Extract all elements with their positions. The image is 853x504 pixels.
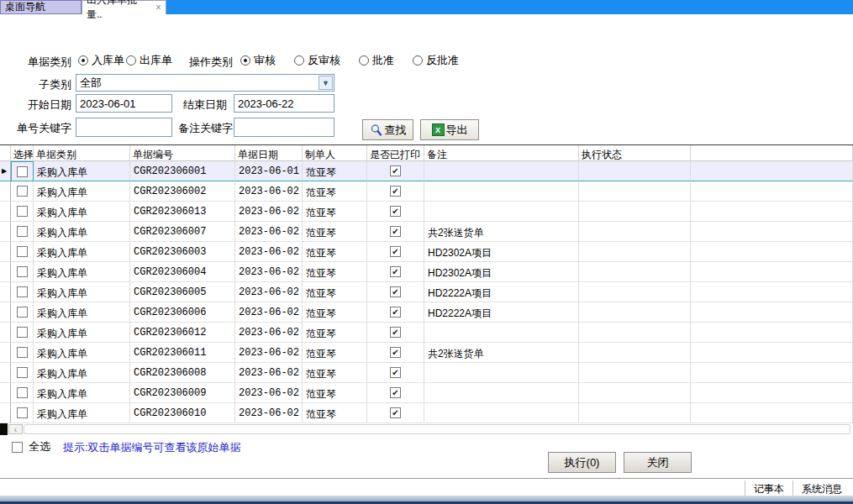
column-header[interactable]: 选择 (11, 145, 34, 161)
cell-doc-no[interactable]: CGR202306007 (130, 222, 235, 242)
checkbox-unchecked-icon[interactable] (17, 387, 28, 398)
end-date-input[interactable] (234, 94, 334, 113)
radio-op-type-option[interactable]: 批准 (359, 53, 394, 68)
table-row[interactable]: 采购入库单CGR2023060022023-06-02范亚琴✔ (0, 181, 853, 202)
chevron-down-icon[interactable]: ▼ (319, 76, 333, 90)
checkbox-unchecked-icon[interactable] (17, 166, 28, 177)
cell-creator: 范亚琴 (303, 343, 367, 363)
checkbox-unchecked-icon[interactable] (17, 206, 28, 217)
statusbar-item[interactable]: 系统消息 (792, 480, 850, 496)
row-select-cell[interactable] (11, 262, 34, 282)
table-row[interactable]: 采购入库单CGR2023060122023-06-02范亚琴✔ (0, 323, 853, 343)
cell-doc-no[interactable]: CGR202306009 (130, 383, 235, 403)
cell-remark (424, 181, 579, 202)
row-indicator (0, 363, 11, 383)
row-select-cell[interactable] (11, 302, 34, 323)
checkbox-checked-icon: ✔ (390, 186, 401, 197)
sub-type-select[interactable]: 全部 ▼ (76, 74, 334, 92)
table-row[interactable]: 采购入库单CGR2023060132023-06-02范亚琴✔ (0, 202, 853, 222)
column-header[interactable]: 单据编号 (130, 145, 235, 161)
cell-doc-no[interactable]: CGR202306005 (130, 282, 235, 302)
cell-doc-no[interactable]: CGR202306004 (130, 262, 235, 282)
table-row[interactable]: 采购入库单CGR2023060052023-06-02范亚琴✔HD2222A项目 (0, 282, 853, 302)
row-select-cell[interactable] (11, 363, 34, 383)
doc-no-keyword-input[interactable] (76, 118, 172, 137)
cell-doc-no[interactable]: CGR202306003 (130, 242, 235, 262)
table-row[interactable]: 采购入库单CGR2023060082023-06-02范亚琴✔ (0, 363, 853, 383)
checkbox-unchecked-icon[interactable] (17, 286, 28, 297)
row-select-cell[interactable] (11, 222, 34, 242)
execute-button[interactable]: 执行(0) (548, 452, 616, 473)
search-button[interactable]: 查找 (362, 119, 413, 140)
column-header[interactable]: 单据日期 (235, 145, 303, 161)
table-row[interactable]: 采购入库单CGR2023060112023-06-02范亚琴✔共2张送货单 (0, 343, 853, 363)
cell-doc-no[interactable]: CGR202306011 (130, 343, 235, 363)
table-row[interactable]: 采购入库单CGR2023060072023-06-02范亚琴✔共2张送货单 (0, 222, 853, 242)
row-indicator (0, 242, 11, 262)
start-date-input[interactable] (76, 94, 172, 113)
row-select-cell[interactable] (11, 282, 34, 302)
close-button[interactable]: 关闭 (624, 452, 692, 473)
table-row[interactable]: ▶采购入库单CGR2023060012023-06-01范亚琴✔ (0, 161, 853, 181)
doc-type-radio-group: 入库单出库单 (78, 53, 172, 68)
radio-op-type-option[interactable]: 反批准 (413, 53, 459, 68)
tab-desktop-nav[interactable]: 桌面导航 (0, 0, 82, 14)
radio-op-type-option[interactable]: 审核 (240, 53, 276, 68)
horizontal-scrollbar[interactable]: ‹ (0, 423, 853, 435)
cell-doc-no[interactable]: CGR202306008 (130, 363, 235, 383)
checkbox-unchecked-icon[interactable] (17, 246, 28, 257)
cell-remark: HD2302A项目 (424, 262, 579, 282)
table-row[interactable]: 采购入库单CGR2023060042023-06-02范亚琴✔HD2302A项目 (0, 262, 853, 282)
row-select-cell[interactable] (11, 343, 34, 363)
table-row[interactable]: 采购入库单CGR2023060092023-06-02范亚琴✔ (0, 383, 853, 403)
cell-doc-no[interactable]: CGR202306006 (130, 302, 235, 323)
checkbox-unchecked-icon[interactable] (17, 327, 28, 338)
checkbox-unchecked-icon[interactable] (17, 347, 28, 358)
cell-doc-type: 采购入库单 (34, 262, 130, 282)
remark-keyword-input[interactable] (234, 118, 334, 137)
row-select-cell[interactable] (11, 161, 34, 181)
checkbox-unchecked-icon[interactable] (17, 367, 28, 378)
cell-doc-no[interactable]: CGR202306001 (130, 161, 235, 181)
checkbox-unchecked-icon[interactable] (17, 226, 28, 237)
scrollbar-track[interactable] (24, 424, 850, 434)
checkbox-unchecked-icon[interactable] (17, 186, 28, 197)
column-header[interactable]: 单据类别 (34, 145, 130, 161)
cell-blank (691, 181, 853, 202)
checkbox-unchecked-icon[interactable] (17, 407, 28, 418)
checkbox-checked-icon: ✔ (390, 387, 401, 398)
cell-exec-status (579, 202, 691, 222)
column-header[interactable]: 制单人 (303, 145, 367, 161)
row-select-cell[interactable] (11, 383, 34, 403)
table-row[interactable]: 采购入库单CGR2023060032023-06-02范亚琴✔HD2302A项目 (0, 242, 853, 262)
column-header[interactable]: 是否已打印 (367, 145, 424, 161)
select-all-control[interactable]: 全选 (12, 439, 50, 454)
scroll-left-arrow-icon[interactable]: ‹ (8, 424, 23, 434)
export-button[interactable]: X 导出 (420, 119, 479, 140)
statusbar-item[interactable]: 记事本 (745, 480, 792, 496)
column-header[interactable]: 备注 (424, 145, 579, 161)
tab-close-icon[interactable]: × (155, 3, 161, 13)
select-all-checkbox[interactable] (12, 442, 23, 453)
tab-batch-audit[interactable]: 出入库单批量.. × (82, 0, 166, 14)
checkbox-unchecked-icon[interactable] (17, 307, 28, 318)
row-select-cell[interactable] (11, 202, 34, 222)
table-row[interactable]: 采购入库单CGR2023060062023-06-02范亚琴✔HD2222A项目 (0, 302, 853, 323)
cell-doc-no[interactable]: CGR202306012 (130, 323, 235, 343)
row-select-cell[interactable] (11, 181, 34, 202)
cell-doc-no[interactable]: CGR202306013 (130, 202, 235, 222)
column-header[interactable]: 执行状态 (579, 145, 691, 161)
cell-printed: ✔ (367, 222, 424, 242)
radio-doc-type-option[interactable]: 入库单 (78, 53, 124, 68)
row-select-cell[interactable] (11, 242, 34, 262)
radio-doc-type-option[interactable]: 出库单 (126, 53, 172, 68)
cell-doc-no[interactable]: CGR202306010 (130, 403, 235, 423)
row-select-cell[interactable] (11, 403, 34, 423)
radio-op-type-option[interactable]: 反审核 (294, 53, 340, 68)
checkbox-unchecked-icon[interactable] (17, 266, 28, 277)
row-select-cell[interactable] (11, 323, 34, 343)
table-row[interactable]: 采购入库单CGR2023060102023-06-02范亚琴✔ (0, 403, 853, 423)
cell-doc-no[interactable]: CGR202306002 (130, 181, 235, 202)
search-icon (370, 123, 383, 137)
radio-label: 反审核 (308, 53, 340, 68)
